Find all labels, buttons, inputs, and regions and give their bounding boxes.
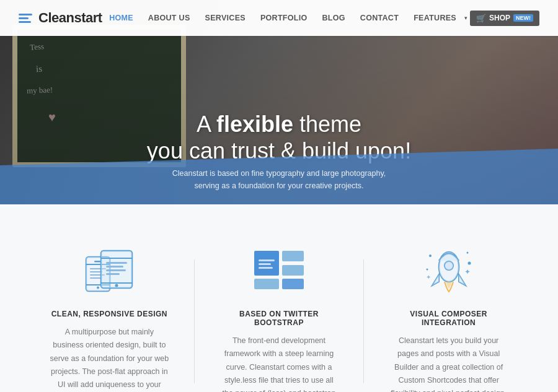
svg-point-18 [115,284,118,287]
shop-label: SHOP [489,14,510,22]
svg-point-9 [97,287,99,289]
composer-icon: ✦ ✦ [421,243,477,296]
features-grid: CLEAN, RESPONSIVE DESIGN A multipurpose … [25,242,533,392]
cart-icon: 🛒 [476,14,486,23]
site-header: Cleanstart HOME ABOUT US SERVICES PORTFO… [0,0,558,36]
svg-rect-20 [282,251,304,261]
feature-responsive: CLEAN, RESPONSIVE DESIGN A multipurpose … [25,242,194,392]
logo-line-2 [19,17,29,19]
svg-rect-22 [259,259,275,261]
features-section: CLEAN, RESPONSIVE DESIGN A multipurpose … [0,204,558,392]
main-nav: HOME ABOUT US SERVICES PORTFOLIO BLOG CO… [103,10,539,26]
svg-rect-26 [282,279,304,289]
svg-rect-21 [282,265,304,276]
feature-bootstrap-desc: The front-end development framework with… [219,334,339,392]
logo-icon [19,14,32,23]
hero-title-prefix: A [197,111,216,137]
bootstrap-icon-area [219,242,339,297]
nav-blog[interactable]: BLOG [316,10,352,26]
feature-composer-title: VISUAL COMPOSER INTEGRATION [389,310,508,327]
svg-rect-8 [90,277,101,279]
svg-text:✦: ✦ [426,274,431,281]
feature-responsive-title: CLEAN, RESPONSIVE DESIGN [50,310,169,318]
svg-rect-15 [106,266,123,268]
responsive-icon-area [50,242,169,297]
svg-rect-16 [106,269,126,271]
bootstrap-icon [251,245,307,294]
nav-home[interactable]: HOME [103,10,140,26]
svg-point-34 [426,268,428,270]
features-chevron-icon: ▾ [464,15,467,21]
svg-point-30 [445,261,453,270]
feature-composer: ✦ ✦ VISUAL COMPOSER INTEGRATION Cleansta… [364,242,533,392]
feature-responsive-desc: A multipurpose but mainly business orien… [50,326,169,392]
svg-rect-25 [254,279,279,289]
shop-new-badge: NEW! [513,14,533,22]
hero-subtitle: Cleanstart is based on fine typography a… [161,167,397,192]
logo-line-3 [19,21,31,23]
hero-title-suffix: theme [293,111,361,137]
logo-text: Cleanstart [38,10,102,26]
nav-features-dropdown[interactable]: FEATURES ▾ [407,10,467,26]
composer-icon-area: ✦ ✦ [389,242,508,297]
feature-bootstrap-title: BASED ON TWITTER BOOTSTRAP [219,310,339,327]
svg-rect-14 [106,262,127,264]
shop-button[interactable]: 🛒 SHOP NEW! [470,11,539,26]
svg-rect-17 [106,273,120,275]
feature-composer-desc: Cleanstart lets you build your pages and… [389,334,508,392]
hero-title-bold: flexible [216,111,293,137]
svg-rect-24 [259,267,273,269]
nav-features-label: FEATURES [407,10,463,26]
logo-line-1 [19,14,32,15]
feature-bootstrap: BASED ON TWITTER BOOTSTRAP The front-end… [195,242,364,392]
nav-services[interactable]: SERVICES [199,10,252,26]
nav-portfolio[interactable]: PORTFOLIO [254,10,314,26]
svg-point-33 [467,261,471,264]
svg-point-32 [466,251,468,253]
nav-about[interactable]: ABOUT US [142,10,197,26]
responsive-icon [81,245,137,294]
logo-area[interactable]: Cleanstart [19,10,102,26]
svg-text:✦: ✦ [464,268,471,276]
nav-contact[interactable]: CONTACT [354,10,405,26]
svg-rect-23 [259,263,271,265]
svg-point-31 [429,255,432,257]
